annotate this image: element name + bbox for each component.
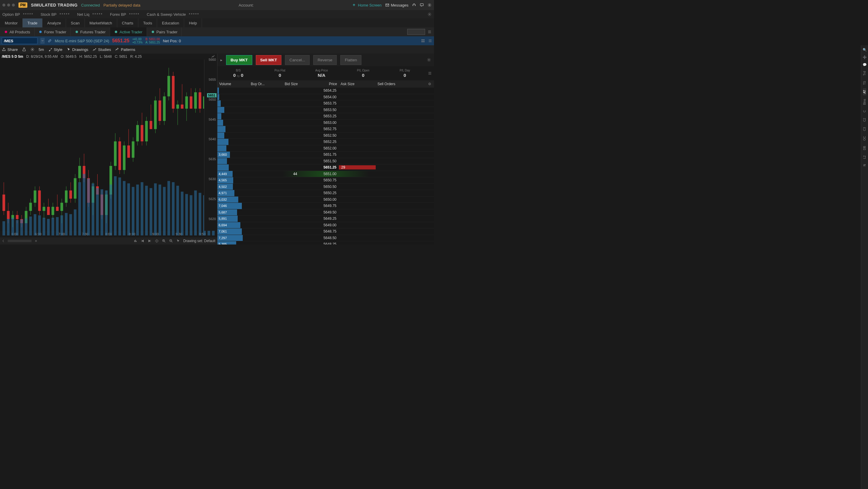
symbol-dropdown[interactable] [40, 38, 44, 44]
gear-icon[interactable] [428, 3, 432, 7]
dom-row[interactable]: 5,3855648.25 [217, 241, 434, 244]
dom-ladder[interactable]: 5654.255654.005653.755653.505653.255653.… [217, 88, 434, 244]
dom-row[interactable]: 6,6945649.00 [217, 222, 434, 229]
nav-trade[interactable]: Trade [23, 19, 42, 27]
y-axis[interactable]: 5620562556305635564056455650565556605651 [204, 60, 217, 231]
subnav-active-trader[interactable]: Active Trader [110, 27, 147, 36]
nav-analyze[interactable]: Analyze [42, 19, 66, 27]
gear-icon[interactable] [427, 58, 431, 62]
dom-row[interactable]: 5653.00 [217, 120, 434, 126]
zoom-out-icon[interactable] [169, 239, 173, 243]
dom-row[interactable]: 5652.25 [217, 139, 434, 145]
link-icon[interactable] [48, 39, 52, 43]
drawing-set-label[interactable]: Drawing set: Default [183, 239, 215, 243]
dom-row[interactable]: 5653.25 [217, 113, 434, 120]
nav-scan[interactable]: Scan [66, 19, 85, 27]
style-button[interactable]: Style [48, 47, 62, 52]
dom-row[interactable]: 4,9715650.25 [217, 190, 434, 197]
nav-charts[interactable]: Charts [117, 19, 138, 27]
col-buy-orders[interactable]: Buy Or... [249, 82, 270, 86]
dom-row[interactable]: 4,5655650.75 [217, 177, 434, 184]
candlestick-chart[interactable] [0, 60, 217, 236]
col-price[interactable]: Price [300, 82, 339, 86]
nav-marketwatch[interactable]: MarketWatch [85, 19, 117, 27]
col-bid-size[interactable]: Bid Size [270, 82, 300, 86]
dom-row[interactable]: 4,5025650.50 [217, 184, 434, 190]
stock-bp[interactable]: Stock BP***** [41, 12, 70, 17]
dom-row[interactable]: 5653.75 [217, 100, 434, 107]
gear-icon[interactable] [428, 12, 432, 17]
dom-row[interactable]: 5653.50 [217, 107, 434, 113]
col-sell-orders[interactable]: Sell Orders [376, 82, 428, 86]
gear-icon[interactable] [30, 47, 34, 52]
cash-sweep[interactable]: Cash & Sweep Vehicle***** [147, 12, 199, 17]
pointer-icon[interactable] [176, 239, 180, 243]
collapse-icon[interactable]: ▸ [220, 58, 222, 62]
subnav-all-products[interactable]: All Products [0, 27, 34, 36]
nav-education[interactable]: Education [157, 19, 184, 27]
scrollbar[interactable] [8, 240, 32, 242]
dom-row[interactable]: 5654.25 [217, 88, 434, 94]
flatten-button[interactable]: Flatten [340, 55, 362, 65]
close-dot[interactable] [2, 4, 5, 6]
dom-row[interactable]: 6,0325650.00 [217, 197, 434, 203]
subnav-forex-trader[interactable]: Forex Trader [34, 27, 70, 36]
stats-list-icon[interactable] [426, 66, 434, 80]
col-volume[interactable]: Volume [217, 82, 249, 86]
account-label[interactable]: Account: [239, 3, 254, 7]
option-bp[interactable]: Option BP***** [2, 12, 34, 17]
dom-row[interactable]: 7,2975648.50 [217, 235, 434, 241]
dom-row[interactable]: 5,8915649.25 [217, 215, 434, 222]
drawings-button[interactable]: Drawings [67, 47, 88, 52]
subnav-futures-trader[interactable]: Futures Trader [71, 27, 110, 36]
dom-row[interactable]: 5652.75 [217, 126, 434, 133]
nav-tools[interactable]: Tools [138, 19, 157, 27]
zoom-in-icon[interactable] [162, 239, 166, 243]
chart-area[interactable]: 5620562556305635564056455650565556605651 [0, 60, 217, 231]
grid-icon[interactable] [421, 39, 425, 43]
buy-mkt-button[interactable]: Buy MKT [226, 55, 252, 65]
dom-row[interactable]: 5652.50 [217, 133, 434, 139]
symbol-input[interactable]: /MES [2, 37, 37, 44]
subnav-pairs-trader[interactable]: Pairs Trader [147, 27, 182, 36]
col-ask-size[interactable]: Ask Size [339, 82, 376, 86]
minimize-dot[interactable] [7, 4, 10, 6]
dom-gear-icon[interactable]: ⚙ [428, 82, 434, 86]
net-liq[interactable]: Net Liq***** [77, 12, 103, 17]
forex-bp[interactable]: Forex BP***** [110, 12, 140, 17]
dom-row[interactable]: 5652.00 [217, 145, 434, 152]
nav-help[interactable]: Help [184, 19, 202, 27]
skip-back-icon[interactable] [141, 239, 145, 243]
dom-row[interactable]: 5651.2529 [217, 164, 434, 171]
subnav-search[interactable] [407, 29, 425, 35]
home-screen-button[interactable]: Home Screen [352, 3, 381, 7]
dom-row[interactable]: 7,0615648.75 [217, 228, 434, 235]
support-icon[interactable] [412, 3, 416, 7]
list-icon[interactable] [428, 30, 432, 34]
expand-icon[interactable] [34, 239, 37, 242]
bars-icon[interactable] [133, 239, 137, 243]
dom-row[interactable]: 5654.00 [217, 94, 434, 100]
chat-icon[interactable] [420, 3, 424, 7]
flask-icon[interactable] [22, 47, 26, 52]
share-button[interactable]: Share [2, 47, 18, 52]
studies-button[interactable]: Studies [93, 47, 111, 52]
dom-row[interactable]: 5,6875649.50 [217, 209, 434, 216]
reverse-button[interactable]: Reverse [313, 55, 337, 65]
nav-monitor[interactable]: Monitor [0, 19, 23, 27]
dom-row[interactable]: 4,449445651.00 [217, 171, 434, 177]
patterns-button[interactable]: Patterns [115, 47, 135, 52]
maximize-dot[interactable] [12, 4, 15, 6]
svg-rect-51 [56, 207, 59, 211]
cancel-button[interactable]: Cancel... [285, 55, 310, 65]
crosshair-icon[interactable] [155, 239, 159, 243]
dom-row[interactable]: 3,6605651.75 [217, 151, 434, 158]
messages-button[interactable]: Messages [385, 3, 408, 7]
list-icon[interactable] [428, 39, 432, 43]
skip-fwd-icon[interactable] [148, 239, 152, 243]
interval-button[interactable]: 5m [39, 47, 44, 52]
dom-row[interactable]: 5651.50 [217, 158, 434, 165]
sell-mkt-button[interactable]: Sell MKT [256, 55, 281, 65]
dom-row[interactable]: 7,0465649.75 [217, 203, 434, 209]
scroll-left-icon[interactable] [2, 239, 5, 242]
